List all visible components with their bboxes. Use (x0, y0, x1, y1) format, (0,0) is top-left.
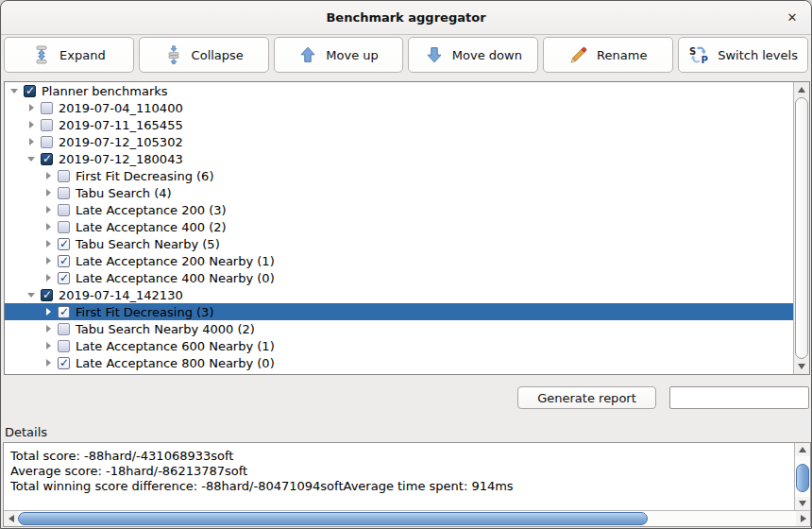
tree-row[interactable]: Late Acceptance 200 Nearby (1) (5, 252, 793, 269)
tree-checkbox[interactable] (58, 238, 70, 250)
tree-label: Late Acceptance 800 Nearby (0) (76, 356, 275, 370)
window-title: Benchmark aggregator (326, 10, 485, 25)
report-name-input[interactable] (669, 386, 809, 409)
tree-scrollbar-thumb[interactable] (795, 97, 808, 359)
generate-report-button[interactable]: Generate report (517, 386, 656, 409)
tree-row[interactable]: 2019-07-04_110400 (5, 99, 793, 116)
switch-levels-button-label: Switch levels (718, 48, 798, 62)
tree-row[interactable]: Tabu Search Nearby 4000 (2) (5, 320, 793, 337)
tree-row[interactable]: Late Acceptance 600 Nearby (1) (5, 337, 793, 354)
tree-row[interactable]: Late Acceptance 800 Nearby (0) (5, 354, 793, 371)
tree-vertical-scrollbar[interactable] (793, 82, 809, 374)
scroll-left-button[interactable] (4, 511, 18, 526)
details-vscroll-track[interactable] (795, 456, 810, 497)
details-hscroll-thumb[interactable] (18, 512, 648, 525)
tree-row[interactable]: 2019-07-12_105302 (5, 133, 793, 150)
tree-row[interactable]: Tabu Search (4) (5, 184, 793, 201)
expand-arrow-icon[interactable] (42, 303, 58, 320)
expand-arrow-icon[interactable] (42, 354, 58, 371)
tree-label: 2019-07-14_142130 (59, 288, 183, 302)
tree-label: First Fit Decreasing (6) (76, 169, 213, 183)
move-down-button-label: Move down (452, 48, 522, 62)
switch-levels-button[interactable]: S P Switch levels (678, 37, 808, 73)
tree-row[interactable]: Late Acceptance 200 (3) (5, 201, 793, 218)
tree-checkbox[interactable] (58, 187, 70, 199)
tree-label: Late Acceptance 400 Nearby (0) (76, 271, 275, 285)
tree-row[interactable]: 2019-07-11_165455 (5, 116, 793, 133)
rename-button[interactable]: Rename (543, 37, 673, 73)
scroll-up-button[interactable] (794, 82, 809, 97)
tree-checkbox[interactable] (58, 306, 70, 318)
collapse-button[interactable]: Collapse (139, 37, 269, 73)
expand-arrow-icon[interactable] (25, 116, 41, 133)
tree-label: Late Acceptance 200 Nearby (1) (76, 254, 275, 268)
scroll-up-button[interactable] (795, 443, 810, 456)
tree-checkbox[interactable] (58, 357, 70, 369)
tree-label: Tabu Search Nearby (5) (76, 237, 220, 251)
tree-label: 2019-07-12_180043 (59, 152, 183, 166)
expand-arrow-icon[interactable] (42, 252, 58, 269)
benchmark-tree: Planner benchmarks2019-07-04_1104002019-… (5, 82, 793, 374)
details-hscroll-track[interactable] (18, 511, 796, 526)
tree-checkbox[interactable] (41, 153, 53, 165)
tree-checkbox[interactable] (58, 323, 70, 335)
arrow-up-icon (799, 447, 806, 452)
tree-row[interactable]: 2019-07-12_180043 (5, 150, 793, 167)
details-vertical-scrollbar[interactable] (794, 443, 810, 510)
app-window: Benchmark aggregator ✕ Expand Collapse (0, 0, 812, 529)
scroll-down-button[interactable] (794, 359, 809, 374)
move-down-icon (425, 45, 444, 64)
expand-arrow-icon[interactable] (42, 184, 58, 201)
details-text[interactable]: Total score: -88hard/-431068933softAvera… (4, 443, 794, 510)
tree-checkbox[interactable] (58, 221, 70, 233)
tree-checkbox[interactable] (58, 204, 70, 216)
expand-arrow-icon[interactable] (25, 99, 41, 116)
tree-checkbox[interactable] (58, 340, 70, 352)
tree-checkbox[interactable] (41, 119, 53, 131)
tree-checkbox[interactable] (58, 255, 70, 267)
generate-report-label: Generate report (537, 391, 636, 405)
collapse-arrow-icon[interactable] (25, 286, 41, 303)
details-line: Average score: -18hard/-86213787soft (10, 464, 790, 479)
benchmark-tree-panel: Planner benchmarks2019-07-04_1104002019-… (4, 81, 810, 375)
tree-label: 2019-07-04_110400 (59, 101, 183, 115)
expand-arrow-icon[interactable] (25, 133, 41, 150)
titlebar: Benchmark aggregator ✕ (1, 1, 811, 35)
details-vscroll-thumb[interactable] (796, 464, 809, 492)
tree-row[interactable]: Tabu Search Nearby (5) (5, 235, 793, 252)
expand-arrow-icon[interactable] (42, 201, 58, 218)
collapse-arrow-icon[interactable] (25, 150, 41, 167)
details-horizontal-scrollbar[interactable] (4, 510, 810, 526)
rename-button-label: Rename (597, 48, 647, 62)
tree-row[interactable]: First Fit Decreasing (6) (5, 167, 793, 184)
tree-checkbox[interactable] (24, 85, 36, 97)
tree-row[interactable]: Late Acceptance 400 Nearby (0) (5, 269, 793, 286)
expand-arrow-icon[interactable] (42, 337, 58, 354)
tree-row[interactable]: Planner benchmarks (5, 82, 793, 99)
expand-button[interactable]: Expand (4, 37, 134, 73)
expand-arrow-icon[interactable] (42, 269, 58, 286)
expand-arrow-icon[interactable] (42, 167, 58, 184)
collapse-arrow-icon[interactable] (8, 82, 24, 99)
tree-row[interactable]: 2019-07-14_142130 (5, 286, 793, 303)
tree-checkbox[interactable] (41, 102, 53, 114)
scroll-down-button[interactable] (795, 497, 810, 510)
tree-label: 2019-07-12_105302 (59, 135, 183, 149)
scroll-right-button[interactable] (796, 511, 810, 526)
expand-arrow-icon[interactable] (42, 320, 58, 337)
expand-icon (32, 45, 51, 64)
expand-arrow-icon[interactable] (42, 218, 58, 235)
rename-icon (569, 45, 588, 64)
expand-arrow-icon[interactable] (42, 235, 58, 252)
tree-label: Late Acceptance 400 (2) (76, 220, 227, 234)
tree-checkbox[interactable] (41, 136, 53, 148)
tree-row[interactable]: First Fit Decreasing (3) (5, 303, 793, 320)
tree-checkbox[interactable] (58, 170, 70, 182)
tree-row[interactable]: Late Acceptance 400 (2) (5, 218, 793, 235)
move-up-button[interactable]: Move up (274, 37, 404, 73)
move-down-button[interactable]: Move down (408, 37, 538, 73)
tree-label: Late Acceptance 600 Nearby (1) (76, 339, 275, 353)
tree-checkbox[interactable] (41, 289, 53, 301)
tree-checkbox[interactable] (58, 272, 70, 284)
close-icon[interactable]: ✕ (783, 8, 802, 26)
